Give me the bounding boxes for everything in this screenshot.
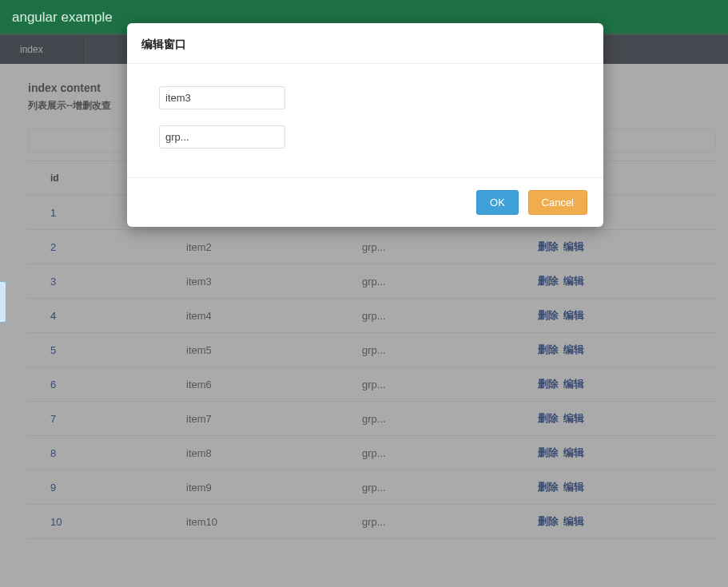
left-notch-handle[interactable] <box>0 281 6 323</box>
grp-field[interactable] <box>159 125 285 149</box>
modal-footer: OK Cancel <box>127 177 603 227</box>
ok-button[interactable]: OK <box>476 190 519 215</box>
modal-title: 编辑窗口 <box>127 23 603 64</box>
name-field[interactable] <box>159 86 285 109</box>
cancel-button[interactable]: Cancel <box>528 190 587 215</box>
modal-body <box>127 64 603 177</box>
edit-modal: 编辑窗口 OK Cancel <box>127 23 603 227</box>
app-title: angular example <box>12 10 113 25</box>
